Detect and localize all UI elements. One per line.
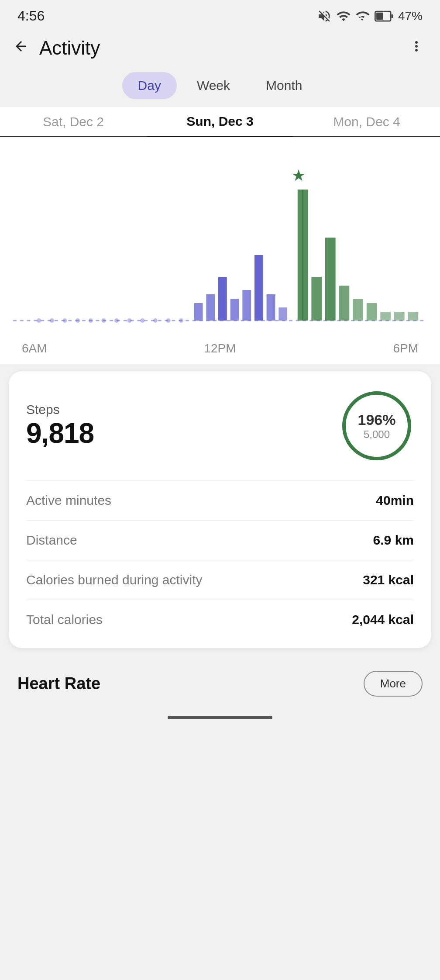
svg-point-33 xyxy=(166,318,171,323)
chart-x-labels: 6AM 12PM 6PM xyxy=(13,338,427,355)
svg-point-27 xyxy=(89,318,93,323)
more-button[interactable] xyxy=(409,38,424,58)
svg-rect-1 xyxy=(376,12,383,20)
svg-point-28 xyxy=(101,318,106,323)
date-next[interactable]: Mon, Dec 4 xyxy=(293,110,440,136)
svg-rect-5 xyxy=(206,294,215,321)
svg-rect-6 xyxy=(218,277,227,321)
steps-label: Steps xyxy=(26,402,94,417)
stat-label-total-calories: Total calories xyxy=(26,612,103,627)
wifi-icon xyxy=(336,9,351,24)
progress-goal: 5,000 xyxy=(358,428,396,441)
x-label-6am: 6AM xyxy=(22,342,47,355)
signal-icon xyxy=(355,9,370,24)
app-bar-left: Activity xyxy=(13,37,100,59)
svg-point-24 xyxy=(50,318,54,323)
battery-icon xyxy=(375,9,394,24)
stat-row-active-minutes: Active minutes 40min xyxy=(26,480,414,520)
stat-label-calories-activity: Calories burned during activity xyxy=(26,573,203,587)
tab-day[interactable]: Day xyxy=(122,72,177,99)
svg-rect-20 xyxy=(380,312,391,321)
stat-row-distance: Distance 6.9 km xyxy=(26,520,414,560)
steps-row: Steps 9,818 196% 5,000 xyxy=(26,389,414,463)
home-indicator xyxy=(168,716,272,719)
date-prev[interactable]: Sat, Dec 2 xyxy=(0,110,147,136)
date-nav: Sat, Dec 2 Sun, Dec 3 Mon, Dec 4 xyxy=(0,107,440,137)
svg-point-26 xyxy=(76,318,80,323)
back-button[interactable] xyxy=(13,38,29,58)
chart-area: ★ 6AM 12PM 6PM xyxy=(0,137,440,364)
svg-rect-8 xyxy=(242,290,251,321)
progress-percent: 196% xyxy=(358,411,396,428)
mute-icon xyxy=(317,9,332,24)
stat-row-total-calories: Total calories 2,044 kcal xyxy=(26,600,414,639)
stats-card: Steps 9,818 196% 5,000 Active minutes 40… xyxy=(9,371,431,648)
svg-point-31 xyxy=(140,318,144,323)
stat-row-calories-activity: Calories burned during activity 321 kcal xyxy=(26,560,414,600)
svg-point-25 xyxy=(63,318,67,323)
svg-rect-19 xyxy=(367,303,377,321)
tab-month[interactable]: Month xyxy=(250,72,318,99)
stat-value-active-minutes: 40min xyxy=(376,493,414,508)
svg-point-32 xyxy=(153,318,158,323)
svg-rect-22 xyxy=(408,312,419,321)
progress-circle: 196% 5,000 xyxy=(340,389,414,463)
stat-value-total-calories: 2,044 kcal xyxy=(352,612,414,627)
svg-point-34 xyxy=(179,318,183,323)
x-label-12pm: 12PM xyxy=(204,342,236,355)
svg-rect-21 xyxy=(394,312,405,321)
svg-rect-7 xyxy=(230,299,239,321)
svg-rect-4 xyxy=(194,303,203,321)
steps-info: Steps 9,818 xyxy=(26,402,94,449)
date-current[interactable]: Sun, Dec 3 xyxy=(147,110,293,137)
progress-circle-text: 196% 5,000 xyxy=(358,411,396,441)
heart-rate-title: Heart Rate xyxy=(17,674,100,693)
status-bar: 4:56 47% xyxy=(0,0,440,28)
steps-value: 9,818 xyxy=(26,417,94,449)
svg-point-29 xyxy=(114,318,119,323)
stat-label-distance: Distance xyxy=(26,533,77,548)
svg-rect-2 xyxy=(391,14,393,17)
stat-value-calories-activity: 321 kcal xyxy=(363,573,414,587)
x-label-6pm: 6PM xyxy=(393,342,418,355)
svg-rect-18 xyxy=(353,299,363,321)
svg-text:★: ★ xyxy=(292,167,306,184)
svg-rect-9 xyxy=(254,255,263,321)
tab-bar: Day Week Month xyxy=(0,68,440,107)
status-icons: 47% xyxy=(317,9,423,24)
svg-rect-17 xyxy=(339,286,350,321)
battery-percent: 47% xyxy=(398,9,423,23)
svg-point-23 xyxy=(37,318,41,323)
chart-svg: ★ xyxy=(13,150,427,338)
tab-week[interactable]: Week xyxy=(181,72,246,99)
status-time: 4:56 xyxy=(17,8,45,24)
svg-rect-11 xyxy=(278,307,287,321)
svg-point-30 xyxy=(127,318,132,323)
heart-rate-section: Heart Rate More xyxy=(0,655,440,707)
stat-label-active-minutes: Active minutes xyxy=(26,493,111,508)
stat-value-distance: 6.9 km xyxy=(373,533,414,548)
svg-rect-15 xyxy=(311,277,322,321)
app-title: Activity xyxy=(39,37,100,59)
svg-rect-10 xyxy=(267,294,275,321)
svg-rect-16 xyxy=(325,238,336,321)
svg-rect-14 xyxy=(298,190,308,321)
more-button-heart-rate[interactable]: More xyxy=(364,671,423,697)
app-bar: Activity xyxy=(0,28,440,68)
